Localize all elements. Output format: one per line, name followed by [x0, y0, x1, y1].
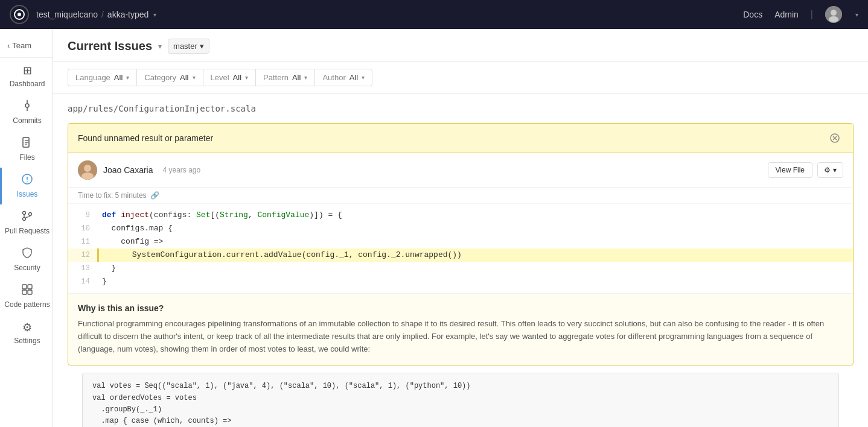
filter-pattern-value: All — [292, 73, 301, 82]
branch-name: master — [173, 42, 197, 51]
user-avatar[interactable] — [825, 6, 842, 23]
code-line-11: 11 config => — [68, 235, 853, 248]
line-content: config => — [97, 235, 853, 248]
sidebar-item-team[interactable]: ‹ Team — [0, 34, 53, 58]
line-number: 10 — [68, 222, 97, 235]
filter-level-chevron-icon — [245, 74, 248, 81]
svg-point-3 — [831, 10, 837, 16]
team-label: Team — [12, 41, 31, 50]
filters-bar: Language All Category All Level All Patt… — [53, 62, 868, 94]
issue-title: Found unnamed result or parameter — [78, 133, 213, 143]
time-to-fix: Time to fix: 5 minutes 🔗 — [68, 188, 853, 204]
author-name: Joao Caxaria — [103, 165, 153, 175]
line-content: } — [97, 275, 853, 288]
org-link[interactable]: test_miquelcano — [36, 10, 98, 19]
file-path: app/rules/ConfigurationInjector.scala — [68, 104, 854, 113]
line-number: 12 — [68, 248, 97, 262]
why-section: Why is this an issue? Functional program… — [68, 293, 853, 365]
view-file-button[interactable]: View File — [768, 162, 812, 178]
navbar-right: Docs Admin | — [743, 6, 858, 23]
sidebar-item-security[interactable]: Security — [0, 241, 53, 278]
navbar: test_miquelcano / akka-typed Docs Admin … — [0, 0, 868, 29]
why-text: Functional programming encourages pipeli… — [78, 318, 843, 355]
line-number: 14 — [68, 275, 97, 288]
sidebar-label-pull-requests: Pull Requests — [5, 227, 49, 235]
repo-chevron-icon[interactable] — [153, 11, 156, 18]
main-layout: ‹ Team ⊞ Dashboard Commits Files Issues — [0, 29, 868, 427]
svg-point-27 — [84, 165, 91, 172]
filter-author-chevron-icon — [362, 74, 365, 81]
filter-pattern[interactable]: Pattern All — [255, 69, 314, 86]
sidebar-label-settings: Settings — [14, 337, 40, 345]
issue-section: app/rules/ConfigurationInjector.scala Fo… — [53, 94, 868, 427]
repo-link[interactable]: akka-typed — [107, 10, 148, 19]
code-line-13: 13 } — [68, 262, 853, 275]
line-content: def inject(configs: Set[(String, ConfigV… — [97, 209, 853, 222]
svg-point-28 — [81, 172, 94, 180]
line-content: SystemConfiguration.current.addValue(con… — [97, 248, 853, 262]
filter-pattern-chevron-icon — [304, 74, 307, 81]
filter-category-chevron-icon — [193, 74, 196, 81]
files-icon — [22, 137, 32, 151]
svg-rect-22 — [28, 290, 32, 294]
filter-category[interactable]: Category All — [136, 69, 202, 86]
issue-card-header: Found unnamed result or parameter — [68, 124, 853, 153]
filter-pattern-label: Pattern — [263, 73, 289, 82]
sidebar-item-pull-requests[interactable]: Pull Requests — [0, 204, 53, 241]
code-example: val votes = Seq(("scala", 1), ("java", 4… — [82, 373, 839, 427]
code-line-14: 14 } — [68, 275, 853, 288]
svg-point-15 — [23, 212, 26, 215]
time-to-fix-text: Time to fix: 5 minutes — [78, 191, 147, 200]
filter-language-chevron-icon — [126, 74, 129, 81]
sidebar-label-code-patterns: Code patterns — [4, 300, 49, 309]
svg-point-1 — [18, 13, 21, 16]
sidebar-label-dashboard: Dashboard — [10, 80, 45, 88]
issue-options-button[interactable]: ⚙ — [817, 162, 843, 178]
issues-icon — [22, 174, 33, 188]
branch-selector[interactable]: master — [168, 39, 209, 54]
filter-author-value: All — [349, 73, 358, 82]
line-number: 13 — [68, 262, 97, 275]
sidebar-item-files[interactable]: Files — [0, 131, 53, 168]
title-chevron-icon[interactable]: ▾ — [158, 42, 162, 51]
line-number: 11 — [68, 235, 97, 248]
filter-author-label: Author — [322, 73, 345, 82]
filter-category-label: Category — [144, 73, 176, 82]
sidebar-item-code-patterns[interactable]: Code patterns — [0, 278, 53, 315]
issue-card: Found unnamed result or parameter — [68, 123, 854, 365]
sidebar-label-issues: Issues — [17, 190, 38, 198]
svg-rect-21 — [22, 290, 27, 294]
sidebar-label-commits: Commits — [13, 116, 41, 125]
commits-icon — [22, 100, 33, 114]
filter-level[interactable]: Level All — [203, 69, 256, 86]
breadcrumb-separator: / — [101, 10, 104, 19]
author-time: 4 years ago — [163, 166, 201, 174]
page-title: Current Issues — [68, 39, 152, 53]
branch-chevron-icon — [200, 42, 204, 51]
docs-link[interactable]: Docs — [743, 10, 762, 19]
pull-requests-icon — [22, 210, 32, 224]
sidebar-item-settings[interactable]: ⚙ Settings — [0, 315, 53, 351]
issue-actions: View File ⚙ — [768, 162, 843, 178]
filter-level-label: Level — [211, 73, 229, 82]
line-number: 9 — [68, 209, 97, 222]
user-chevron-icon[interactable] — [855, 11, 858, 18]
settings-icon: ⚙ — [22, 321, 32, 334]
code-line-12-highlighted: 12 SystemConfiguration.current.addValue(… — [68, 248, 853, 262]
line-content: } — [97, 262, 853, 275]
svg-point-14 — [27, 181, 28, 182]
code-line-10: 10 configs.map { — [68, 222, 853, 235]
page-header: Current Issues ▾ master — [53, 29, 868, 62]
sidebar-item-commits[interactable]: Commits — [0, 94, 53, 131]
svg-point-16 — [23, 218, 26, 221]
svg-point-17 — [29, 213, 32, 216]
issue-dismiss-button[interactable] — [826, 130, 843, 147]
sidebar-item-dashboard[interactable]: ⊞ Dashboard — [0, 58, 53, 94]
app-logo[interactable] — [10, 5, 29, 24]
filter-language[interactable]: Language All — [68, 69, 136, 86]
sidebar: ‹ Team ⊞ Dashboard Commits Files Issues — [0, 29, 53, 427]
sidebar-item-issues[interactable]: Issues — [0, 168, 53, 204]
filter-author[interactable]: Author All — [314, 69, 372, 86]
why-title: Why is this an issue? — [78, 303, 843, 313]
admin-link[interactable]: Admin — [774, 10, 799, 19]
